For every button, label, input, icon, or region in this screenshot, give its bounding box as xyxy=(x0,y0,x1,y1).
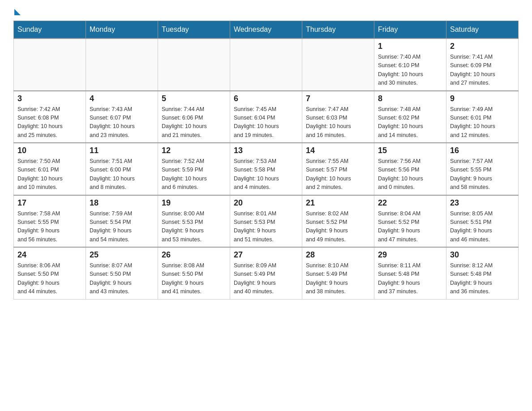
weekday-header-monday: Monday xyxy=(86,21,158,39)
day-info: Sunrise: 8:09 AMSunset: 5:49 PMDaylight:… xyxy=(234,261,298,296)
day-number: 24 xyxy=(17,250,82,260)
calendar-cell: 20Sunrise: 8:01 AMSunset: 5:53 PMDayligh… xyxy=(230,195,302,248)
calendar-cell: 16Sunrise: 7:57 AMSunset: 5:55 PMDayligh… xyxy=(446,143,519,195)
day-info: Sunrise: 7:40 AMSunset: 6:10 PMDaylight:… xyxy=(378,53,442,88)
day-number: 30 xyxy=(450,250,515,260)
calendar-cell: 13Sunrise: 7:53 AMSunset: 5:58 PMDayligh… xyxy=(230,143,302,195)
day-info: Sunrise: 8:12 AMSunset: 5:48 PMDaylight:… xyxy=(450,261,515,296)
day-number: 10 xyxy=(17,146,82,155)
calendar-cell: 15Sunrise: 7:56 AMSunset: 5:56 PMDayligh… xyxy=(374,143,446,195)
calendar-cell: 8Sunrise: 7:48 AMSunset: 6:02 PMDaylight… xyxy=(374,91,446,143)
day-info: Sunrise: 8:06 AMSunset: 5:50 PMDaylight:… xyxy=(17,261,82,296)
calendar-cell: 19Sunrise: 8:00 AMSunset: 5:53 PMDayligh… xyxy=(158,195,230,248)
day-number: 25 xyxy=(90,250,154,260)
day-number: 6 xyxy=(234,94,298,103)
day-info: Sunrise: 7:49 AMSunset: 6:01 PMDaylight:… xyxy=(450,105,515,140)
calendar-cell xyxy=(158,39,230,91)
weekday-header-wednesday: Wednesday xyxy=(230,21,302,39)
calendar-cell: 30Sunrise: 8:12 AMSunset: 5:48 PMDayligh… xyxy=(446,247,519,299)
weekday-header-thursday: Thursday xyxy=(302,21,374,39)
day-info: Sunrise: 7:59 AMSunset: 5:54 PMDaylight:… xyxy=(90,210,154,244)
day-info: Sunrise: 7:48 AMSunset: 6:02 PMDaylight:… xyxy=(378,105,442,140)
day-number: 2 xyxy=(450,42,515,51)
day-number: 19 xyxy=(162,198,226,208)
calendar-cell: 18Sunrise: 7:59 AMSunset: 5:54 PMDayligh… xyxy=(86,195,158,248)
day-number: 5 xyxy=(162,94,226,103)
day-number: 26 xyxy=(162,250,226,260)
calendar-cell: 5Sunrise: 7:44 AMSunset: 6:06 PMDaylight… xyxy=(158,91,230,143)
day-info: Sunrise: 7:50 AMSunset: 6:01 PMDaylight:… xyxy=(17,157,82,192)
calendar-cell: 25Sunrise: 8:07 AMSunset: 5:50 PMDayligh… xyxy=(86,247,158,299)
day-number: 17 xyxy=(17,198,82,208)
calendar-cell: 26Sunrise: 8:08 AMSunset: 5:50 PMDayligh… xyxy=(158,247,230,299)
page-header xyxy=(13,9,519,16)
day-info: Sunrise: 7:41 AMSunset: 6:09 PMDaylight:… xyxy=(450,53,515,88)
day-info: Sunrise: 8:00 AMSunset: 5:53 PMDaylight:… xyxy=(162,210,226,244)
calendar-cell: 21Sunrise: 8:02 AMSunset: 5:52 PMDayligh… xyxy=(302,195,374,248)
weekday-header-friday: Friday xyxy=(374,21,446,39)
calendar-cell xyxy=(302,39,374,91)
day-info: Sunrise: 8:07 AMSunset: 5:50 PMDaylight:… xyxy=(90,261,154,296)
day-info: Sunrise: 8:02 AMSunset: 5:52 PMDaylight:… xyxy=(306,210,370,244)
calendar-cell: 4Sunrise: 7:43 AMSunset: 6:07 PMDaylight… xyxy=(86,91,158,143)
calendar-cell xyxy=(86,39,158,91)
day-info: Sunrise: 7:42 AMSunset: 6:08 PMDaylight:… xyxy=(17,105,82,140)
day-number: 9 xyxy=(450,94,515,103)
calendar-cell xyxy=(14,39,86,91)
day-info: Sunrise: 8:05 AMSunset: 5:51 PMDaylight:… xyxy=(450,210,515,244)
calendar-cell: 17Sunrise: 7:58 AMSunset: 5:55 PMDayligh… xyxy=(14,195,86,248)
calendar-cell: 3Sunrise: 7:42 AMSunset: 6:08 PMDaylight… xyxy=(14,91,86,143)
day-number: 14 xyxy=(306,146,370,155)
day-number: 18 xyxy=(90,198,154,208)
calendar-week-row: 17Sunrise: 7:58 AMSunset: 5:55 PMDayligh… xyxy=(14,195,519,248)
day-number: 15 xyxy=(378,146,442,155)
day-info: Sunrise: 7:56 AMSunset: 5:56 PMDaylight:… xyxy=(378,157,442,192)
day-info: Sunrise: 8:11 AMSunset: 5:48 PMDaylight:… xyxy=(378,261,442,296)
day-info: Sunrise: 7:51 AMSunset: 6:00 PMDaylight:… xyxy=(90,157,154,192)
calendar-week-row: 3Sunrise: 7:42 AMSunset: 6:08 PMDaylight… xyxy=(14,91,519,143)
calendar-cell: 11Sunrise: 7:51 AMSunset: 6:00 PMDayligh… xyxy=(86,143,158,195)
calendar-cell: 23Sunrise: 8:05 AMSunset: 5:51 PMDayligh… xyxy=(446,195,519,248)
day-number: 16 xyxy=(450,146,515,155)
day-info: Sunrise: 7:44 AMSunset: 6:06 PMDaylight:… xyxy=(162,105,226,140)
day-number: 1 xyxy=(378,42,442,51)
day-info: Sunrise: 7:53 AMSunset: 5:58 PMDaylight:… xyxy=(234,157,298,192)
calendar-week-row: 1Sunrise: 7:40 AMSunset: 6:10 PMDaylight… xyxy=(14,39,519,91)
day-info: Sunrise: 8:01 AMSunset: 5:53 PMDaylight:… xyxy=(234,210,298,244)
calendar-cell: 12Sunrise: 7:52 AMSunset: 5:59 PMDayligh… xyxy=(158,143,230,195)
day-number: 7 xyxy=(306,94,370,103)
day-info: Sunrise: 8:04 AMSunset: 5:52 PMDaylight:… xyxy=(378,210,442,244)
calendar-cell: 7Sunrise: 7:47 AMSunset: 6:03 PMDaylight… xyxy=(302,91,374,143)
logo-triangle-icon xyxy=(14,9,21,15)
day-number: 28 xyxy=(306,250,370,260)
day-info: Sunrise: 7:52 AMSunset: 5:59 PMDaylight:… xyxy=(162,157,226,192)
day-info: Sunrise: 7:45 AMSunset: 6:04 PMDaylight:… xyxy=(234,105,298,140)
calendar-cell: 1Sunrise: 7:40 AMSunset: 6:10 PMDaylight… xyxy=(374,39,446,91)
day-number: 21 xyxy=(306,198,370,208)
calendar-cell: 29Sunrise: 8:11 AMSunset: 5:48 PMDayligh… xyxy=(374,247,446,299)
calendar-cell: 14Sunrise: 7:55 AMSunset: 5:57 PMDayligh… xyxy=(302,143,374,195)
calendar-week-row: 24Sunrise: 8:06 AMSunset: 5:50 PMDayligh… xyxy=(14,247,519,299)
day-info: Sunrise: 7:55 AMSunset: 5:57 PMDaylight:… xyxy=(306,157,370,192)
weekday-header-sunday: Sunday xyxy=(14,21,86,39)
day-number: 13 xyxy=(234,146,298,155)
calendar-cell: 2Sunrise: 7:41 AMSunset: 6:09 PMDaylight… xyxy=(446,39,519,91)
calendar-cell: 22Sunrise: 8:04 AMSunset: 5:52 PMDayligh… xyxy=(374,195,446,248)
day-number: 3 xyxy=(17,94,82,103)
weekday-header-saturday: Saturday xyxy=(446,21,519,39)
day-info: Sunrise: 7:58 AMSunset: 5:55 PMDaylight:… xyxy=(17,210,82,244)
day-number: 23 xyxy=(450,198,515,208)
day-number: 20 xyxy=(234,198,298,208)
logo xyxy=(13,9,21,16)
weekday-header-tuesday: Tuesday xyxy=(158,21,230,39)
day-info: Sunrise: 7:43 AMSunset: 6:07 PMDaylight:… xyxy=(90,105,154,140)
day-number: 11 xyxy=(90,146,154,155)
calendar-cell: 27Sunrise: 8:09 AMSunset: 5:49 PMDayligh… xyxy=(230,247,302,299)
day-info: Sunrise: 8:10 AMSunset: 5:49 PMDaylight:… xyxy=(306,261,370,296)
day-number: 4 xyxy=(90,94,154,103)
calendar-header-row: SundayMondayTuesdayWednesdayThursdayFrid… xyxy=(14,21,519,39)
day-number: 12 xyxy=(162,146,226,155)
calendar-cell: 9Sunrise: 7:49 AMSunset: 6:01 PMDaylight… xyxy=(446,91,519,143)
calendar-table: SundayMondayTuesdayWednesdayThursdayFrid… xyxy=(13,21,519,300)
day-number: 8 xyxy=(378,94,442,103)
